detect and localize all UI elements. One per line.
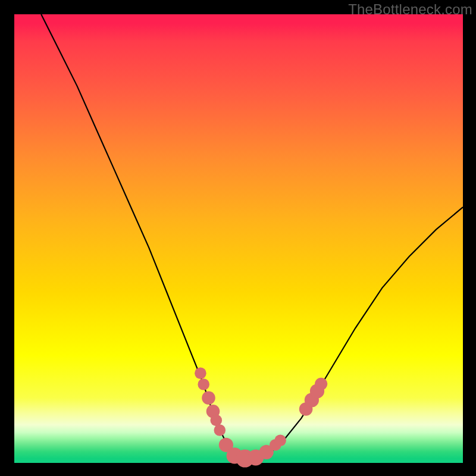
curve-markers	[195, 367, 327, 467]
marker-dot	[315, 378, 327, 390]
curve-svg	[14, 14, 463, 463]
main-curve	[41, 14, 463, 459]
marker-dot	[195, 367, 206, 379]
chart-frame: TheBottleneck.com	[0, 0, 476, 476]
gradient-plot-area	[14, 14, 463, 463]
marker-dot	[274, 435, 286, 447]
marker-dot	[198, 378, 209, 390]
marker-dot	[214, 424, 226, 436]
marker-dot	[202, 391, 215, 405]
